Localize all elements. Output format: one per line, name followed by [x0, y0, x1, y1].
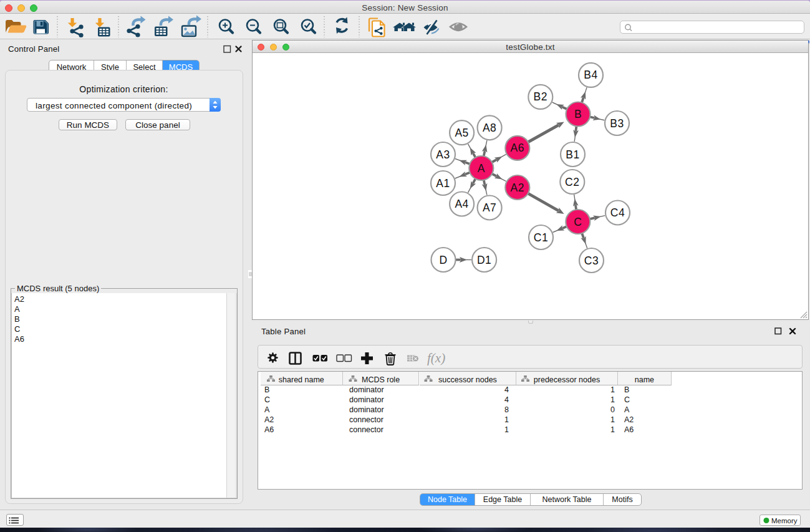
svg-text:f(x): f(x): [427, 351, 445, 365]
svg-text:Memory: Memory: [771, 517, 798, 525]
